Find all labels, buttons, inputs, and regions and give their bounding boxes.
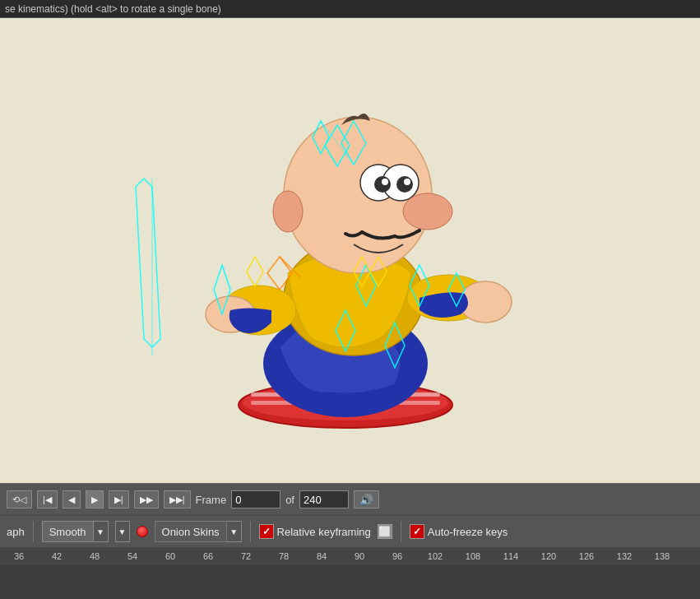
status-text: se kinematics) (hold <alt> to rotate a s… [5,3,221,15]
status-bar: se kinematics) (hold <alt> to rotate a s… [0,0,700,18]
timeline-bar: 36 42 48 54 60 66 72 78 84 90 96 102 108… [0,547,700,565]
canvas-area[interactable] [0,18,700,483]
tick-108: 108 [454,551,492,561]
next-frame-button[interactable]: ▶| [109,490,129,508]
relative-keyframing-checkbox[interactable]: ✓ [259,524,274,539]
tick-114: 114 [492,551,530,561]
separator-1 [33,521,34,542]
separator-3 [401,521,401,542]
relative-keyframing-indicator: ⬜ [378,524,392,539]
tick-60: 60 [151,551,189,561]
tick-132: 132 [605,551,643,561]
auto-freeze-label: Auto-freeze keys [428,526,508,538]
smooth-dropdown[interactable]: Smooth [42,521,94,542]
svg-point-12 [396,176,413,193]
last-frame-button[interactable]: ▶▶| [164,490,191,508]
tick-84: 84 [303,551,341,561]
frame-input[interactable] [231,490,280,508]
svg-point-15 [403,193,452,230]
svg-point-16 [273,191,303,232]
svg-marker-0 [136,179,160,347]
auto-freeze-group[interactable]: ✓ Auto-freeze keys [410,524,508,539]
tick-72: 72 [227,551,265,561]
tick-90: 90 [341,551,378,561]
svg-point-11 [374,176,391,193]
tick-78: 78 [265,551,303,561]
of-label: of [285,494,294,506]
total-frames-input[interactable] [299,490,349,508]
tick-66: 66 [189,551,227,561]
separator-2 [250,521,251,542]
loop-button[interactable]: ⟲◁ [7,490,32,508]
timeline-numbers: 36 42 48 54 60 66 72 78 84 90 96 102 108… [0,551,681,561]
tick-36: 36 [0,551,38,561]
onion-skins-dropdown[interactable]: Onion Skins [155,521,227,542]
tick-54: 54 [114,551,151,561]
smooth-dropdown-arrow[interactable]: ▼ [94,521,109,542]
relative-keyframing-label: Relative keyframing [277,526,371,538]
play-button[interactable]: ▶ [86,490,104,508]
transport-bar: ⟲◁ |◀ ◀ ▶ ▶| ▶▶ ▶▶| Frame of 🔊 [0,483,700,516]
auto-freeze-checkbox[interactable]: ✓ [410,524,424,539]
tick-102: 102 [416,551,454,561]
character-svg [0,18,700,483]
onion-skins-dropdown-group: Onion Skins ▼ [155,521,242,542]
sound-button[interactable]: 🔊 [354,490,379,508]
tick-138: 138 [643,551,681,561]
prev-frame-button[interactable]: ◀ [63,490,81,508]
svg-point-13 [382,179,388,185]
relative-keyframing-group[interactable]: ✓ Relative keyframing [259,524,371,539]
tick-42: 42 [38,551,76,561]
tick-120: 120 [530,551,568,561]
tick-126: 126 [568,551,605,561]
frame-label: Frame [196,494,227,506]
svg-marker-33 [247,257,263,286]
tick-96: 96 [378,551,416,561]
smooth-dropdown-group: Smooth ▼ [42,521,109,542]
extra-dropdown-arrow[interactable]: ▼ [115,521,130,542]
tick-48: 48 [76,551,114,561]
svg-point-14 [404,179,410,185]
onion-skins-arrow[interactable]: ▼ [227,521,242,542]
record-indicator [137,526,148,537]
controls-bar: aph Smooth ▼ ▼ Onion Skins ▼ ✓ Relative … [0,516,700,547]
next-keyframe-button[interactable]: ▶▶ [134,490,159,508]
first-frame-button[interactable]: |◀ [37,490,58,508]
graph-label: aph [7,526,25,538]
